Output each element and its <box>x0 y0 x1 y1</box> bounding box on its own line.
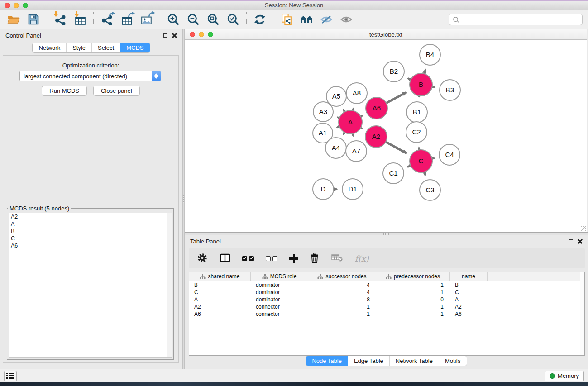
table-row[interactable]: Adominator80A <box>189 296 584 303</box>
mcds-result-item[interactable]: A <box>9 220 172 228</box>
export-network-button[interactable] <box>97 11 117 28</box>
import-table-button[interactable] <box>70 11 90 28</box>
graph-node-A8[interactable]: A8 <box>346 83 367 104</box>
show-column-button[interactable] <box>220 253 230 264</box>
zoom-selected-button[interactable] <box>223 11 243 28</box>
float-panel-icon[interactable] <box>569 239 573 243</box>
close-window-button[interactable] <box>5 3 10 8</box>
graph-edge-C-C3[interactable] <box>424 172 425 176</box>
tab-select[interactable]: Select <box>91 43 120 52</box>
function-builder-button[interactable]: f(x) <box>355 254 369 263</box>
apply-layout-button[interactable] <box>250 11 270 28</box>
open-session-button[interactable] <box>4 11 24 28</box>
graph-node-B[interactable]: B <box>410 73 432 96</box>
save-session-button[interactable] <box>24 11 43 28</box>
float-panel-icon[interactable] <box>163 33 167 38</box>
table-cell[interactable]: A <box>450 296 488 303</box>
zoom-window-button[interactable] <box>23 3 28 8</box>
column-header-predecessor-nodes[interactable]: predecessor nodes <box>376 272 450 281</box>
criterion-dropdown[interactable]: largest connected component (directed) <box>19 71 161 81</box>
table-row[interactable]: Bdominator41B <box>189 281 584 289</box>
table-cell[interactable]: dominator <box>251 281 308 289</box>
graph-node-B3[interactable]: B3 <box>440 80 460 100</box>
graph-node-B1[interactable]: B1 <box>406 102 427 123</box>
table-cell[interactable]: 1 <box>376 289 450 296</box>
column-header-successor-nodes[interactable]: successor nodes <box>308 272 376 281</box>
resize-grip[interactable] <box>581 226 586 231</box>
zoom-view-button[interactable] <box>208 32 213 37</box>
table-cell[interactable]: 1 <box>376 310 450 318</box>
tab-motifs[interactable]: Motifs <box>439 356 467 366</box>
table-cell[interactable]: dominator <box>251 289 308 296</box>
tab-edge-table[interactable]: Edge Table <box>348 356 389 366</box>
table-cell[interactable]: 0 <box>376 296 450 303</box>
graph-node-C1[interactable]: C1 <box>383 163 404 184</box>
delete-column-button[interactable] <box>310 253 320 265</box>
tab-network[interactable]: Network <box>33 43 66 52</box>
graph-node-C2[interactable]: C2 <box>406 122 427 143</box>
tab-style[interactable]: Style <box>66 43 91 52</box>
table-cell[interactable]: 8 <box>308 296 376 303</box>
run-mcds-button[interactable]: Run MCDS <box>42 86 87 96</box>
graph-node-A5[interactable]: A5 <box>326 86 346 106</box>
show-details-button[interactable] <box>336 11 356 28</box>
add-column-button[interactable] <box>289 254 298 263</box>
scrollbar[interactable] <box>167 213 172 357</box>
table-cell[interactable]: 1 <box>308 303 376 310</box>
graph-node-B4[interactable]: B4 <box>420 44 440 65</box>
network-canvas[interactable]: B4B2BB3A8A5A6B1A3AC2A1A2A4A7C4CC1C3DD1 <box>185 40 587 232</box>
export-table-button[interactable] <box>117 11 137 28</box>
table-cell[interactable]: B <box>189 281 251 289</box>
select-all-button[interactable] <box>242 256 254 261</box>
graph-edge-B-B2[interactable] <box>408 78 411 80</box>
mcds-result-item[interactable]: B <box>9 228 172 235</box>
graph-node-C3[interactable]: C3 <box>420 180 440 200</box>
table-cell[interactable]: 1 <box>376 281 450 289</box>
table-cell[interactable]: 4 <box>308 289 376 296</box>
minimize-window-button[interactable] <box>14 3 19 8</box>
table-cell[interactable]: 1 <box>376 303 450 310</box>
zoom-in-button[interactable] <box>163 11 183 28</box>
table-row[interactable]: A2connector11A2 <box>189 303 584 310</box>
graph-edge-A2-C[interactable] <box>386 142 406 153</box>
graph-node-A6[interactable]: A6 <box>366 97 387 119</box>
table-cell[interactable]: connector <box>251 303 308 310</box>
column-header-mcds-role[interactable]: MCDS role <box>251 272 308 281</box>
graph-node-A2[interactable]: A2 <box>365 126 387 148</box>
table-row[interactable]: A6connector11A6 <box>189 310 584 318</box>
graph-node-B2[interactable]: B2 <box>383 61 404 82</box>
close-panel-icon[interactable] <box>578 239 583 244</box>
table-cell[interactable]: C <box>189 289 251 296</box>
table-row[interactable]: Cdominator41C <box>189 289 584 296</box>
column-header-name[interactable]: name <box>450 272 488 281</box>
network-window-titlebar[interactable]: testGlobe.txt <box>185 29 587 40</box>
graph-node-D[interactable]: D <box>313 179 334 200</box>
column-header-shared-name[interactable]: shared name <box>189 272 251 281</box>
graph-node-C4[interactable]: C4 <box>439 144 460 165</box>
task-history-button[interactable] <box>4 371 17 381</box>
tab-node-table[interactable]: Node Table <box>306 356 348 366</box>
export-image-button[interactable] <box>137 11 157 28</box>
mcds-result-item[interactable]: A6 <box>9 242 172 249</box>
minimize-view-button[interactable] <box>199 32 204 37</box>
graph-node-C[interactable]: C <box>410 150 432 172</box>
graph-node-D1[interactable]: D1 <box>342 179 363 200</box>
table-cell[interactable]: A6 <box>450 310 488 318</box>
search-input[interactable] <box>459 16 578 23</box>
scrollbar[interactable] <box>580 272 584 355</box>
hide-details-button[interactable] <box>316 11 336 28</box>
table-cell[interactable]: 1 <box>308 310 376 318</box>
mcds-result-item[interactable]: C <box>9 235 172 242</box>
table-cell[interactable]: A6 <box>189 310 251 318</box>
close-view-button[interactable] <box>190 32 195 37</box>
mcds-result-item[interactable]: A2 <box>9 213 172 220</box>
table-cell[interactable]: A2 <box>450 303 488 310</box>
zoom-out-button[interactable] <box>183 11 203 28</box>
import-network-button[interactable] <box>50 11 70 28</box>
tab-mcds[interactable]: MCDS <box>120 43 149 52</box>
graph-node-A7[interactable]: A7 <box>346 141 367 162</box>
table-cell[interactable]: C <box>450 289 488 296</box>
memory-button[interactable]: Memory <box>545 371 584 381</box>
close-panel-button[interactable]: Close panel <box>93 86 140 96</box>
graph-node-A3[interactable]: A3 <box>313 102 333 122</box>
